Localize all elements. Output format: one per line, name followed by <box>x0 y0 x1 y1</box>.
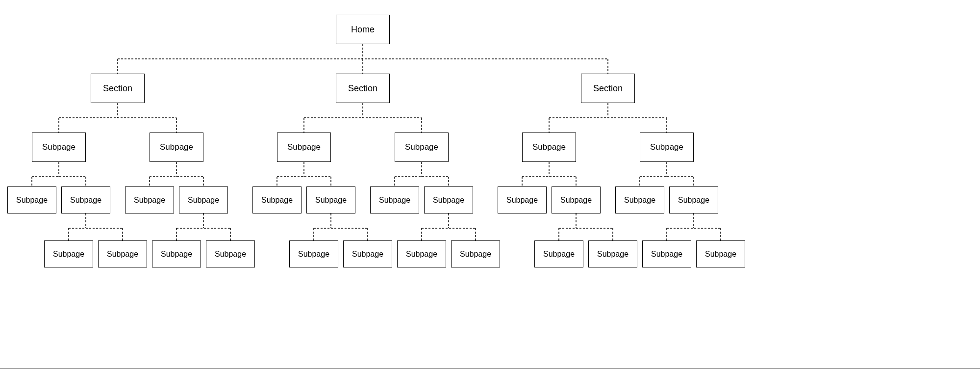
node-subpage: Subpage <box>397 240 446 267</box>
node-label: Subpage <box>651 250 682 259</box>
node-subpage: Subpage <box>289 240 338 267</box>
node-label: Subpage <box>161 250 192 259</box>
node-section: Section <box>581 74 635 103</box>
node-label: Subpage <box>70 196 101 205</box>
node-label: Section <box>348 83 377 94</box>
node-subpage: Subpage <box>669 186 718 213</box>
node-subpage: Subpage <box>7 186 56 213</box>
node-home: Home <box>336 15 390 44</box>
node-label: Subpage <box>215 250 246 259</box>
node-subpage: Subpage <box>206 240 255 267</box>
node-label: Subpage <box>460 250 491 259</box>
node-label: Section <box>103 83 132 94</box>
node-label: Subpage <box>188 196 219 205</box>
node-label: Subpage <box>160 142 193 152</box>
node-label: Subpage <box>42 142 75 152</box>
node-subpage: Subpage <box>642 240 691 267</box>
node-label: Subpage <box>678 196 709 205</box>
node-label: Subpage <box>16 196 48 205</box>
node-subpage: Subpage <box>152 240 201 267</box>
node-label: Subpage <box>433 196 464 205</box>
node-label: Subpage <box>315 196 347 205</box>
node-subpage: Subpage <box>424 186 473 213</box>
node-label: Subpage <box>560 196 592 205</box>
node-label: Subpage <box>624 196 655 205</box>
node-subpage: Subpage <box>522 133 576 162</box>
node-subpage: Subpage <box>61 186 110 213</box>
node-label: Subpage <box>379 196 410 205</box>
node-label: Subpage <box>597 250 628 259</box>
node-subpage: Subpage <box>588 240 637 267</box>
node-label: Subpage <box>298 250 329 259</box>
node-subpage: Subpage <box>552 186 601 213</box>
node-label: Subpage <box>532 142 566 152</box>
node-subpage: Subpage <box>252 186 302 213</box>
node-section: Section <box>336 74 390 103</box>
node-subpage: Subpage <box>98 240 147 267</box>
node-subpage: Subpage <box>343 240 392 267</box>
sitemap-diagram: Home Section Section Section Subpage Sub… <box>0 0 980 372</box>
node-label: Subpage <box>352 250 383 259</box>
node-label: Subpage <box>506 196 538 205</box>
node-subpage: Subpage <box>44 240 93 267</box>
node-subpage: Subpage <box>277 133 331 162</box>
node-label: Subpage <box>287 142 321 152</box>
node-label: Subpage <box>53 250 84 259</box>
node-subpage: Subpage <box>125 186 174 213</box>
node-subpage: Subpage <box>534 240 583 267</box>
node-label: Home <box>351 25 375 35</box>
node-subpage: Subpage <box>306 186 355 213</box>
node-subpage: Subpage <box>640 133 694 162</box>
node-label: Subpage <box>405 142 438 152</box>
node-label: Subpage <box>543 250 575 259</box>
node-label: Subpage <box>705 250 736 259</box>
node-subpage: Subpage <box>32 133 86 162</box>
node-subpage: Subpage <box>451 240 500 267</box>
node-label: Subpage <box>406 250 437 259</box>
connector-lines <box>0 0 980 372</box>
node-subpage: Subpage <box>696 240 745 267</box>
node-label: Subpage <box>134 196 165 205</box>
node-subpage: Subpage <box>179 186 228 213</box>
node-label: Subpage <box>650 142 683 152</box>
node-subpage: Subpage <box>615 186 664 213</box>
node-label: Subpage <box>261 196 293 205</box>
node-label: Section <box>593 83 623 94</box>
node-subpage: Subpage <box>370 186 419 213</box>
node-subpage: Subpage <box>395 133 449 162</box>
node-label: Subpage <box>107 250 138 259</box>
node-subpage: Subpage <box>150 133 203 162</box>
node-section: Section <box>91 74 145 103</box>
node-subpage: Subpage <box>498 186 547 213</box>
page-bottom-rule <box>0 369 980 369</box>
